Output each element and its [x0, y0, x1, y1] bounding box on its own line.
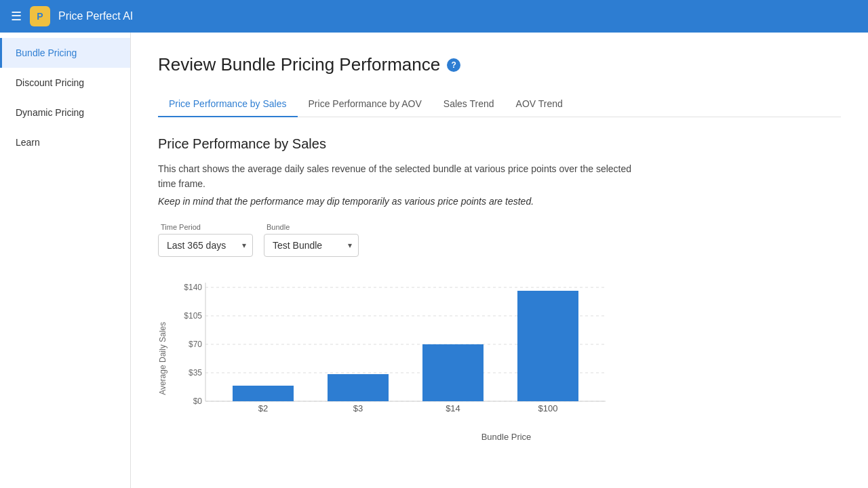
tab-price-performance-aov[interactable]: Price Performance by AOV [298, 92, 433, 117]
bundle-select-wrapper[interactable]: Test Bundle Bundle A Bundle B [264, 234, 359, 257]
help-icon[interactable]: ? [447, 58, 460, 72]
svg-text:$105: $105 [184, 311, 202, 321]
svg-text:$0: $0 [193, 396, 203, 406]
chart-wrapper: Average Daily Sales $0 $35 [158, 276, 841, 442]
tab-sales-trend[interactable]: Sales Trend [433, 92, 505, 117]
section-note: Keep in mind that the performance may di… [158, 196, 841, 207]
app-logo: P [30, 6, 50, 26]
svg-text:$140: $140 [184, 283, 202, 292]
svg-text:$3: $3 [353, 403, 363, 413]
time-period-select-wrapper[interactable]: Last 365 days Last 30 days Last 90 days [158, 234, 253, 257]
topbar: ☰ P Price Perfect AI [0, 0, 868, 33]
sidebar-item-discount-pricing[interactable]: Discount Pricing [0, 68, 130, 98]
section-title: Price Performance by Sales [158, 136, 841, 152]
svg-text:$100: $100 [538, 403, 558, 413]
tab-price-performance-sales[interactable]: Price Performance by Sales [158, 92, 298, 117]
bar-3 [422, 344, 484, 401]
bar-chart: $0 $35 $70 $105 $140 $2 $3 $14 [172, 276, 619, 425]
time-period-select[interactable]: Last 365 days Last 30 days Last 90 days [158, 234, 253, 257]
svg-text:$35: $35 [189, 368, 202, 378]
svg-text:$14: $14 [446, 403, 460, 413]
bar-1 [233, 386, 294, 401]
sidebar: Bundle Pricing Discount Pricing Dynamic … [0, 33, 131, 488]
layout: Bundle Pricing Discount Pricing Dynamic … [0, 33, 868, 488]
bar-4 [517, 291, 578, 401]
sidebar-item-bundle-pricing[interactable]: Bundle Pricing [0, 38, 130, 68]
svg-text:$70: $70 [189, 340, 202, 349]
menu-icon[interactable]: ☰ [11, 9, 22, 24]
main-content: Review Bundle Pricing Performance ? Pric… [131, 33, 868, 488]
time-period-filter: Time Period Last 365 days Last 30 days L… [158, 223, 253, 257]
svg-text:$2: $2 [258, 403, 268, 413]
bundle-filter: Bundle Test Bundle Bundle A Bundle B [264, 223, 359, 257]
app-title: Price Perfect AI [58, 10, 133, 22]
sidebar-item-learn[interactable]: Learn [0, 127, 130, 157]
bar-2 [328, 374, 389, 401]
section-description: This chart shows the average daily sales… [158, 161, 633, 192]
bundle-label: Bundle [264, 223, 359, 231]
time-period-label: Time Period [158, 223, 253, 231]
page-title: Review Bundle Pricing Performance [158, 54, 440, 75]
tab-aov-trend[interactable]: AOV Trend [505, 92, 574, 117]
bundle-select[interactable]: Test Bundle Bundle A Bundle B [264, 234, 359, 257]
chart-inner: $0 $35 $70 $105 $140 $2 $3 $14 [172, 276, 841, 442]
filters: Time Period Last 365 days Last 30 days L… [158, 223, 841, 257]
page-title-row: Review Bundle Pricing Performance ? [158, 54, 841, 75]
y-axis-label: Average Daily Sales [158, 322, 167, 395]
x-axis-label: Bundle Price [172, 432, 841, 442]
sidebar-item-dynamic-pricing[interactable]: Dynamic Pricing [0, 98, 130, 127]
tabs-bar: Price Performance by Sales Price Perform… [158, 92, 841, 117]
